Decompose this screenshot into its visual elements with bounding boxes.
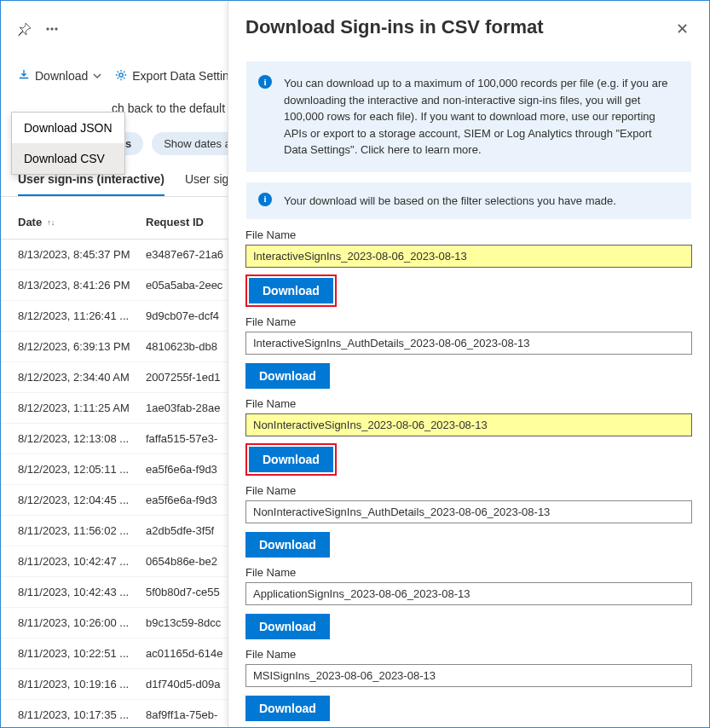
download-menu-label: Download — [35, 69, 88, 83]
more-icon[interactable] — [45, 22, 59, 39]
close-icon[interactable]: ✕ — [672, 16, 692, 42]
file-name-input[interactable] — [245, 332, 692, 355]
file-group: File NameDownload — [245, 648, 692, 721]
file-group: File NameDownload — [245, 315, 692, 389]
file-name-label: File Name — [245, 315, 692, 328]
file-name-label: File Name — [245, 397, 692, 410]
file-group: File NameDownload — [245, 228, 692, 307]
svg-point-2 — [55, 28, 57, 30]
download-csv-panel: Download Sign-ins in CSV format ✕ i You … — [228, 1, 709, 727]
svg-point-1 — [51, 28, 53, 30]
download-button[interactable]: Download — [245, 614, 330, 639]
download-json-item[interactable]: Download JSON — [12, 113, 124, 143]
download-icon — [18, 69, 30, 84]
info-icon: i — [258, 193, 272, 206]
file-name-label: File Name — [245, 648, 692, 661]
file-name-label: File Name — [245, 228, 692, 241]
download-button[interactable]: Download — [249, 278, 333, 303]
export-settings-button[interactable]: Export Data Settings — [115, 69, 241, 84]
info-icon: i — [258, 75, 272, 89]
file-name-input[interactable] — [245, 413, 692, 436]
tab-interactive[interactable]: User sign-ins (interactive) — [18, 172, 165, 196]
file-name-label: File Name — [245, 566, 692, 579]
panel-title: Download Sign-ins in CSV format — [245, 16, 544, 38]
file-group: File NameDownload — [245, 566, 692, 639]
download-dropdown: Download JSON Download CSV — [11, 112, 125, 175]
file-group: File NameDownload — [245, 484, 692, 558]
download-button[interactable]: Download — [245, 363, 330, 389]
chevron-down-icon — [93, 72, 101, 80]
download-csv-item[interactable]: Download CSV — [12, 143, 124, 174]
svg-point-3 — [119, 72, 123, 76]
file-name-input[interactable] — [245, 664, 692, 687]
col-date-header[interactable]: Date ↑↓ — [18, 216, 146, 228]
file-name-label: File Name — [245, 484, 692, 497]
download-menu-button[interactable]: Download — [18, 69, 101, 84]
pin-icon[interactable] — [18, 22, 32, 39]
download-button[interactable]: Download — [245, 696, 330, 721]
export-settings-label: Export Data Settings — [132, 69, 241, 83]
svg-point-0 — [47, 28, 49, 30]
download-button[interactable]: Download — [245, 532, 330, 558]
download-button[interactable]: Download — [249, 447, 333, 472]
highlighted-download: Download — [245, 443, 337, 476]
gear-icon — [115, 69, 127, 84]
file-name-input[interactable] — [245, 500, 692, 523]
file-group: File NameDownload — [245, 397, 692, 476]
info-max-records: i You can download up to a maximum of 10… — [245, 61, 692, 173]
file-name-input[interactable] — [245, 245, 692, 268]
highlighted-download: Download — [245, 274, 337, 307]
info-filter-based: i Your download will be based on the fil… — [245, 182, 692, 221]
sort-icon: ↑↓ — [47, 220, 55, 225]
file-name-input[interactable] — [245, 582, 692, 605]
